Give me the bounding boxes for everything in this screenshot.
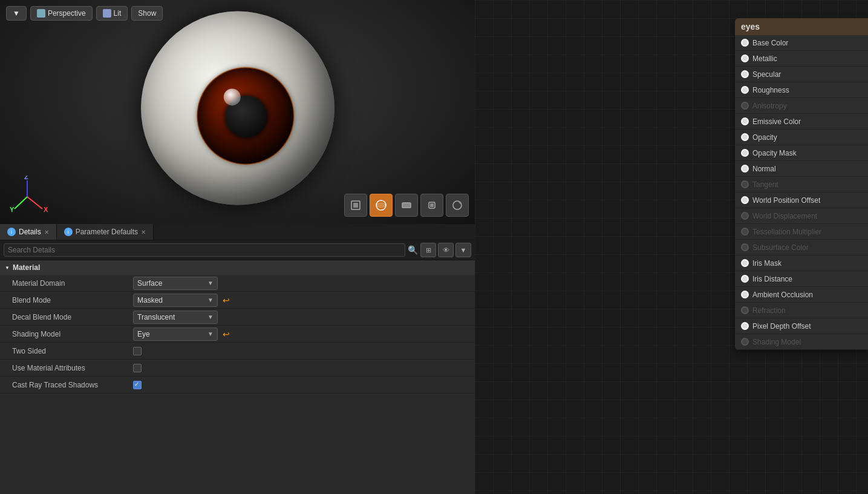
dropdown-arrow-domain: ▼ <box>207 280 214 286</box>
blend-mode-dropdown[interactable]: Masked ▼ <box>133 294 218 307</box>
eyes-pin-row[interactable]: Specular <box>735 67 868 82</box>
details-tab-icon: i <box>7 228 16 236</box>
pin-label: Tessellation Multiplier <box>752 228 821 236</box>
viewport: ▼ Perspective Lit Show X <box>0 0 475 224</box>
eye-preview <box>141 12 334 205</box>
pin-dot <box>741 306 749 314</box>
pin-label: Opacity Mask <box>752 149 797 157</box>
decal-blend-dropdown[interactable]: Translucent ▼ <box>133 311 218 324</box>
tab-details[interactable]: i Details ✕ <box>0 224 57 240</box>
eyes-pin-row[interactable]: Roughness <box>735 82 868 98</box>
shape-plane2-button[interactable] <box>395 194 418 217</box>
eyes-pin-row[interactable]: World Position Offset <box>735 193 868 208</box>
eyes-pin-row[interactable]: Subsurface Color <box>735 240 868 255</box>
eye-view-button[interactable]: 👁 <box>438 243 454 257</box>
search-bar: 🔍 ⊞ 👁 ▼ <box>0 240 475 260</box>
eyes-pin-row[interactable]: Opacity <box>735 130 868 145</box>
node-canvas[interactable]: Roughness Param (0.15) ▼ Diffuse Param2D… <box>475 0 868 494</box>
perspective-icon <box>37 9 45 18</box>
shape-plane-button[interactable] <box>344 194 367 217</box>
right-panel: Roughness Param (0.15) ▼ Diffuse Param2D… <box>475 0 868 494</box>
material-section-header[interactable]: ▼ Material <box>0 260 475 275</box>
two-sided-value <box>133 347 470 355</box>
two-sided-checkbox[interactable] <box>133 347 142 355</box>
eyes-node[interactable]: eyes Base ColorMetallicSpecularRoughness… <box>735 18 868 350</box>
pin-label: Ambient Occlusion <box>752 291 813 299</box>
use-material-label: Use Material Attributes <box>12 364 133 372</box>
eyes-pin-row[interactable]: Iris Distance <box>735 271 868 287</box>
blend-mode-row: Blend Mode Masked ▼ ↩ <box>0 292 475 309</box>
svg-rect-13 <box>430 203 434 207</box>
use-material-row: Use Material Attributes <box>0 360 475 377</box>
pin-dot <box>741 322 749 330</box>
pin-dot <box>741 212 749 220</box>
eyes-pins-container: Base ColorMetallicSpecularRoughnessAniso… <box>735 35 868 350</box>
shape-other-button[interactable] <box>446 194 469 217</box>
eyes-pin-row[interactable]: Ambient Occlusion <box>735 287 868 303</box>
eyes-pin-row[interactable]: Shading Model <box>735 334 868 350</box>
search-buttons: ⊞ 👁 ▼ <box>420 243 471 257</box>
use-material-checkbox[interactable] <box>133 364 142 372</box>
dropdown-button[interactable]: ▼ <box>6 6 27 21</box>
two-sided-label: Two Sided <box>12 347 133 355</box>
pin-dot <box>741 54 749 62</box>
pin-label: Subsurface Color <box>752 243 809 252</box>
pin-dot <box>741 149 749 157</box>
pin-label: Anisotropy <box>752 102 787 110</box>
blend-mode-reset[interactable]: ↩ <box>223 295 230 305</box>
eyes-pin-row[interactable]: Pixel Depth Offset <box>735 318 868 334</box>
eyes-pin-row[interactable]: World Displacement <box>735 208 868 224</box>
tab-params-close[interactable]: ✕ <box>141 229 146 235</box>
pin-label: Specular <box>752 70 781 79</box>
shading-model-value: Eye ▼ ↩ <box>133 328 470 341</box>
eyes-pin-row[interactable]: Iris Mask <box>735 255 868 271</box>
pin-dot <box>741 165 749 173</box>
pin-label: Iris Distance <box>752 275 792 283</box>
grid-view-button[interactable]: ⊞ <box>420 243 436 257</box>
material-domain-dropdown[interactable]: Surface ▼ <box>133 277 218 290</box>
eyes-pin-row[interactable]: Refraction <box>735 303 868 318</box>
pin-dot <box>741 259 749 267</box>
pin-label: World Position Offset <box>752 196 820 205</box>
dropdown-arrow-blend: ▼ <box>207 297 214 303</box>
pin-label: Emissive Color <box>752 117 801 126</box>
svg-line-2 <box>15 197 27 209</box>
pin-dot <box>741 102 749 110</box>
cast-shadows-checkbox[interactable] <box>133 381 142 389</box>
two-sided-row: Two Sided <box>0 343 475 360</box>
dropdown-view-button[interactable]: ▼ <box>455 243 471 257</box>
eyes-pin-row[interactable]: Normal <box>735 161 868 177</box>
section-arrow: ▼ <box>5 265 10 271</box>
pin-dot <box>741 275 749 283</box>
cast-shadows-label: Cast Ray Traced Shadows <box>12 381 133 389</box>
eyes-pin-row[interactable]: Anisotropy <box>735 98 868 114</box>
shape-cylinder-button[interactable] <box>420 194 443 217</box>
show-button[interactable]: Show <box>131 6 163 21</box>
shading-model-reset[interactable]: ↩ <box>223 329 230 339</box>
svg-text:Y: Y <box>10 206 15 213</box>
tab-details-close[interactable]: ✕ <box>44 229 49 235</box>
shape-sphere-button[interactable] <box>370 194 393 217</box>
pin-label: Normal <box>752 165 776 173</box>
shape-sphere-icon <box>374 199 388 212</box>
eyes-pin-row[interactable]: Tangent <box>735 177 868 193</box>
perspective-button[interactable]: Perspective <box>30 6 93 21</box>
search-input[interactable] <box>4 243 405 257</box>
svg-text:X: X <box>44 206 48 213</box>
eyes-pin-row[interactable]: Emissive Color <box>735 114 868 130</box>
shading-model-dropdown[interactable]: Eye ▼ <box>133 328 218 341</box>
tab-parameter-defaults[interactable]: i Parameter Defaults ✕ <box>57 224 154 240</box>
lit-button[interactable]: Lit <box>96 6 128 21</box>
eyes-pin-row[interactable]: Metallic <box>735 51 868 67</box>
eyes-pin-row[interactable]: Tessellation Multiplier <box>735 224 868 240</box>
pin-dot <box>741 70 749 78</box>
eyes-pin-row[interactable]: Opacity Mask <box>735 145 868 161</box>
pin-label: World Displacement <box>752 212 817 220</box>
pin-dot <box>741 243 749 251</box>
svg-rect-7 <box>353 203 358 208</box>
pin-label: Roughness <box>752 86 789 94</box>
eyes-pin-row[interactable]: Base Color <box>735 35 868 51</box>
param-tab-icon: i <box>64 228 73 236</box>
cast-shadows-row: Cast Ray Traced Shadows <box>0 377 475 394</box>
blend-mode-label: Blend Mode <box>12 296 133 305</box>
